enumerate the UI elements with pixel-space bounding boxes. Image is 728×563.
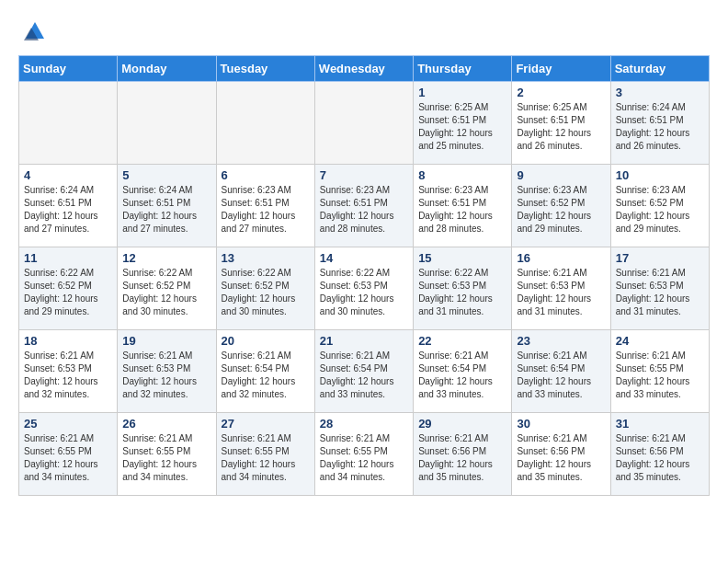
calendar-day-cell: 4Sunrise: 6:24 AM Sunset: 6:51 PM Daylig… bbox=[19, 165, 118, 247]
logo bbox=[18, 18, 48, 46]
day-info: Sunrise: 6:21 AM Sunset: 6:55 PM Dayligh… bbox=[122, 432, 210, 484]
day-number: 28 bbox=[320, 417, 408, 431]
calendar-day-cell: 19Sunrise: 6:21 AM Sunset: 6:53 PM Dayli… bbox=[118, 330, 216, 413]
calendar-day-cell bbox=[19, 82, 118, 165]
day-info: Sunrise: 6:21 AM Sunset: 6:55 PM Dayligh… bbox=[616, 350, 704, 401]
day-number: 13 bbox=[222, 251, 310, 265]
day-number: 7 bbox=[320, 168, 408, 182]
day-number: 31 bbox=[616, 417, 704, 431]
calendar-week-row: 11Sunrise: 6:22 AM Sunset: 6:52 PM Dayli… bbox=[19, 247, 710, 330]
calendar-day-cell: 27Sunrise: 6:21 AM Sunset: 6:55 PM Dayli… bbox=[216, 413, 314, 496]
calendar-day-cell: 10Sunrise: 6:23 AM Sunset: 6:52 PM Dayli… bbox=[610, 165, 709, 247]
day-number: 16 bbox=[517, 251, 605, 265]
calendar-day-cell: 20Sunrise: 6:21 AM Sunset: 6:54 PM Dayli… bbox=[216, 330, 314, 413]
calendar-day-cell bbox=[118, 82, 216, 165]
calendar-day-cell: 23Sunrise: 6:21 AM Sunset: 6:54 PM Dayli… bbox=[512, 330, 610, 413]
day-number: 22 bbox=[418, 334, 506, 348]
calendar-day-cell: 13Sunrise: 6:22 AM Sunset: 6:52 PM Dayli… bbox=[216, 247, 314, 330]
day-info: Sunrise: 6:25 AM Sunset: 6:51 PM Dayligh… bbox=[418, 101, 506, 153]
logo-icon bbox=[18, 18, 46, 46]
day-number: 4 bbox=[24, 168, 112, 182]
day-info: Sunrise: 6:25 AM Sunset: 6:51 PM Dayligh… bbox=[517, 101, 605, 153]
day-number: 24 bbox=[616, 334, 704, 348]
day-number: 14 bbox=[320, 251, 408, 265]
calendar-week-row: 25Sunrise: 6:21 AM Sunset: 6:55 PM Dayli… bbox=[19, 413, 710, 496]
calendar-header-cell: Saturday bbox=[610, 56, 709, 82]
calendar-day-cell bbox=[314, 82, 413, 165]
calendar-day-cell: 30Sunrise: 6:21 AM Sunset: 6:56 PM Dayli… bbox=[512, 413, 610, 496]
day-number: 27 bbox=[222, 417, 310, 431]
calendar-day-cell: 17Sunrise: 6:21 AM Sunset: 6:53 PM Dayli… bbox=[610, 247, 709, 330]
calendar-day-cell: 11Sunrise: 6:22 AM Sunset: 6:52 PM Dayli… bbox=[19, 247, 118, 330]
calendar-day-cell: 12Sunrise: 6:22 AM Sunset: 6:52 PM Dayli… bbox=[118, 247, 216, 330]
calendar-week-row: 4Sunrise: 6:24 AM Sunset: 6:51 PM Daylig… bbox=[19, 165, 710, 247]
calendar-day-cell: 28Sunrise: 6:21 AM Sunset: 6:55 PM Dayli… bbox=[314, 413, 413, 496]
calendar-day-cell: 2Sunrise: 6:25 AM Sunset: 6:51 PM Daylig… bbox=[512, 82, 610, 165]
calendar-day-cell: 14Sunrise: 6:22 AM Sunset: 6:53 PM Dayli… bbox=[314, 247, 413, 330]
calendar-week-row: 18Sunrise: 6:21 AM Sunset: 6:53 PM Dayli… bbox=[19, 330, 710, 413]
day-info: Sunrise: 6:21 AM Sunset: 6:56 PM Dayligh… bbox=[616, 432, 704, 484]
day-info: Sunrise: 6:21 AM Sunset: 6:54 PM Dayligh… bbox=[222, 350, 310, 401]
calendar-header-cell: Thursday bbox=[414, 56, 512, 82]
day-number: 8 bbox=[418, 168, 506, 182]
calendar-table: SundayMondayTuesdayWednesdayThursdayFrid… bbox=[18, 55, 710, 496]
day-info: Sunrise: 6:21 AM Sunset: 6:53 PM Dayligh… bbox=[122, 350, 210, 401]
day-number: 19 bbox=[122, 334, 210, 348]
day-info: Sunrise: 6:23 AM Sunset: 6:51 PM Dayligh… bbox=[320, 184, 408, 236]
calendar-header-cell: Wednesday bbox=[314, 56, 413, 82]
day-info: Sunrise: 6:21 AM Sunset: 6:55 PM Dayligh… bbox=[222, 432, 310, 484]
day-info: Sunrise: 6:22 AM Sunset: 6:52 PM Dayligh… bbox=[122, 267, 210, 318]
calendar-day-cell: 7Sunrise: 6:23 AM Sunset: 6:51 PM Daylig… bbox=[314, 165, 413, 247]
calendar-header-cell: Tuesday bbox=[216, 56, 314, 82]
day-info: Sunrise: 6:21 AM Sunset: 6:55 PM Dayligh… bbox=[320, 432, 408, 484]
calendar-day-cell: 18Sunrise: 6:21 AM Sunset: 6:53 PM Dayli… bbox=[19, 330, 118, 413]
calendar-header-cell: Friday bbox=[512, 56, 610, 82]
day-number: 23 bbox=[517, 334, 605, 348]
day-info: Sunrise: 6:21 AM Sunset: 6:54 PM Dayligh… bbox=[320, 350, 408, 401]
day-number: 5 bbox=[122, 168, 210, 182]
day-info: Sunrise: 6:23 AM Sunset: 6:52 PM Dayligh… bbox=[517, 184, 605, 236]
day-info: Sunrise: 6:23 AM Sunset: 6:52 PM Dayligh… bbox=[616, 184, 704, 236]
day-number: 26 bbox=[122, 417, 210, 431]
day-info: Sunrise: 6:23 AM Sunset: 6:51 PM Dayligh… bbox=[222, 184, 310, 236]
day-info: Sunrise: 6:21 AM Sunset: 6:53 PM Dayligh… bbox=[24, 350, 112, 401]
calendar-day-cell: 29Sunrise: 6:21 AM Sunset: 6:56 PM Dayli… bbox=[414, 413, 512, 496]
day-info: Sunrise: 6:24 AM Sunset: 6:51 PM Dayligh… bbox=[24, 184, 112, 236]
day-info: Sunrise: 6:21 AM Sunset: 6:56 PM Dayligh… bbox=[517, 432, 605, 484]
day-number: 20 bbox=[222, 334, 310, 348]
day-info: Sunrise: 6:23 AM Sunset: 6:51 PM Dayligh… bbox=[418, 184, 506, 236]
calendar-day-cell: 24Sunrise: 6:21 AM Sunset: 6:55 PM Dayli… bbox=[610, 330, 709, 413]
calendar-day-cell: 8Sunrise: 6:23 AM Sunset: 6:51 PM Daylig… bbox=[414, 165, 512, 247]
day-info: Sunrise: 6:21 AM Sunset: 6:54 PM Dayligh… bbox=[517, 350, 605, 401]
calendar-day-cell bbox=[216, 82, 314, 165]
calendar-day-cell: 6Sunrise: 6:23 AM Sunset: 6:51 PM Daylig… bbox=[216, 165, 314, 247]
day-number: 17 bbox=[616, 251, 704, 265]
day-number: 21 bbox=[320, 334, 408, 348]
day-number: 30 bbox=[517, 417, 605, 431]
day-number: 6 bbox=[222, 168, 310, 182]
day-info: Sunrise: 6:24 AM Sunset: 6:51 PM Dayligh… bbox=[122, 184, 210, 236]
day-info: Sunrise: 6:22 AM Sunset: 6:53 PM Dayligh… bbox=[418, 267, 506, 318]
day-number: 18 bbox=[24, 334, 112, 348]
day-info: Sunrise: 6:21 AM Sunset: 6:53 PM Dayligh… bbox=[517, 267, 605, 318]
day-info: Sunrise: 6:22 AM Sunset: 6:52 PM Dayligh… bbox=[24, 267, 112, 318]
day-number: 9 bbox=[517, 168, 605, 182]
calendar-day-cell: 22Sunrise: 6:21 AM Sunset: 6:54 PM Dayli… bbox=[414, 330, 512, 413]
calendar-day-cell: 5Sunrise: 6:24 AM Sunset: 6:51 PM Daylig… bbox=[118, 165, 216, 247]
calendar-week-row: 1Sunrise: 6:25 AM Sunset: 6:51 PM Daylig… bbox=[19, 82, 710, 165]
calendar-header-cell: Sunday bbox=[19, 56, 118, 82]
day-info: Sunrise: 6:21 AM Sunset: 6:55 PM Dayligh… bbox=[24, 432, 112, 484]
day-info: Sunrise: 6:21 AM Sunset: 6:56 PM Dayligh… bbox=[418, 432, 506, 484]
day-number: 2 bbox=[517, 86, 605, 99]
calendar-day-cell: 25Sunrise: 6:21 AM Sunset: 6:55 PM Dayli… bbox=[19, 413, 118, 496]
calendar-day-cell: 3Sunrise: 6:24 AM Sunset: 6:51 PM Daylig… bbox=[610, 82, 709, 165]
calendar-header-row: SundayMondayTuesdayWednesdayThursdayFrid… bbox=[19, 56, 710, 82]
day-number: 3 bbox=[616, 86, 704, 99]
calendar-day-cell: 21Sunrise: 6:21 AM Sunset: 6:54 PM Dayli… bbox=[314, 330, 413, 413]
calendar-body: 1Sunrise: 6:25 AM Sunset: 6:51 PM Daylig… bbox=[19, 82, 710, 496]
calendar-day-cell: 26Sunrise: 6:21 AM Sunset: 6:55 PM Dayli… bbox=[118, 413, 216, 496]
calendar-day-cell: 15Sunrise: 6:22 AM Sunset: 6:53 PM Dayli… bbox=[414, 247, 512, 330]
calendar-day-cell: 9Sunrise: 6:23 AM Sunset: 6:52 PM Daylig… bbox=[512, 165, 610, 247]
day-info: Sunrise: 6:24 AM Sunset: 6:51 PM Dayligh… bbox=[616, 101, 704, 153]
day-number: 10 bbox=[616, 168, 704, 182]
